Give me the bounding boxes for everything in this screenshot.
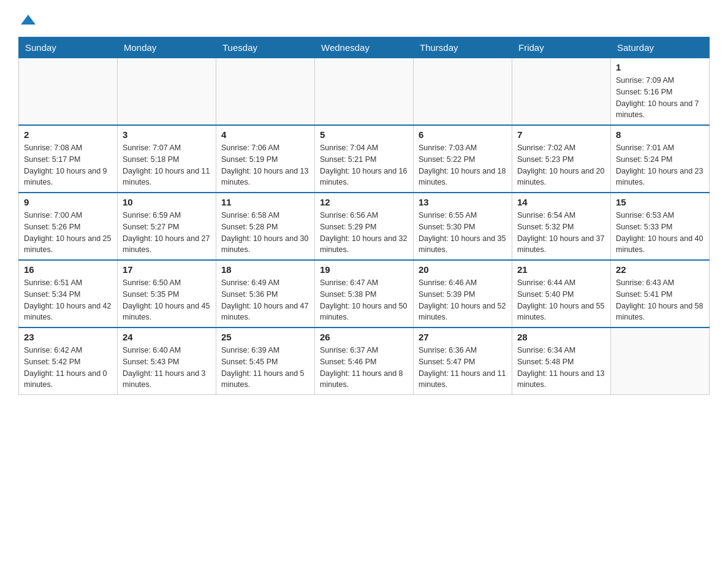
day-number: 6 <box>419 129 507 140</box>
week-row-4: 16Sunrise: 6:51 AMSunset: 5:34 PMDayligh… <box>19 260 710 327</box>
day-cell: 27Sunrise: 6:36 AMSunset: 5:47 PMDayligh… <box>414 327 512 395</box>
day-info: Sunrise: 6:56 AMSunset: 5:29 PMDaylight:… <box>320 210 408 256</box>
day-cell: 11Sunrise: 6:58 AMSunset: 5:28 PMDayligh… <box>216 193 315 260</box>
logo <box>18 12 37 29</box>
day-info: Sunrise: 6:44 AMSunset: 5:40 PMDaylight:… <box>517 277 605 323</box>
day-info: Sunrise: 6:59 AMSunset: 5:27 PMDaylight:… <box>123 210 211 256</box>
header-wednesday: Wednesday <box>315 37 414 58</box>
day-info: Sunrise: 7:01 AMSunset: 5:24 PMDaylight:… <box>616 142 704 188</box>
day-info: Sunrise: 6:51 AMSunset: 5:34 PMDaylight:… <box>24 277 112 323</box>
day-number: 23 <box>24 332 112 342</box>
day-info: Sunrise: 6:54 AMSunset: 5:32 PMDaylight:… <box>517 210 605 256</box>
day-info: Sunrise: 6:34 AMSunset: 5:48 PMDaylight:… <box>517 345 605 391</box>
day-number: 21 <box>517 264 605 275</box>
day-number: 17 <box>123 264 211 275</box>
day-info: Sunrise: 7:07 AMSunset: 5:18 PMDaylight:… <box>123 142 211 188</box>
day-cell: 9Sunrise: 7:00 AMSunset: 5:26 PMDaylight… <box>19 193 118 260</box>
day-number: 9 <box>24 197 112 207</box>
day-info: Sunrise: 6:42 AMSunset: 5:42 PMDaylight:… <box>24 345 112 391</box>
day-cell: 26Sunrise: 6:37 AMSunset: 5:46 PMDayligh… <box>315 327 414 395</box>
day-number: 16 <box>24 264 112 275</box>
day-number: 27 <box>419 332 507 342</box>
day-info: Sunrise: 6:53 AMSunset: 5:33 PMDaylight:… <box>616 210 704 256</box>
day-number: 3 <box>123 129 211 140</box>
day-cell: 8Sunrise: 7:01 AMSunset: 5:24 PMDaylight… <box>611 125 710 193</box>
day-info: Sunrise: 7:08 AMSunset: 5:17 PMDaylight:… <box>24 142 112 188</box>
day-cell: 3Sunrise: 7:07 AMSunset: 5:18 PMDaylight… <box>118 125 216 193</box>
header-monday: Monday <box>118 37 216 58</box>
logo-icon <box>20 12 37 29</box>
day-info: Sunrise: 6:47 AMSunset: 5:38 PMDaylight:… <box>320 277 408 323</box>
day-cell: 14Sunrise: 6:54 AMSunset: 5:32 PMDayligh… <box>512 193 611 260</box>
header-thursday: Thursday <box>414 37 512 58</box>
svg-marker-0 <box>21 15 36 25</box>
day-number: 15 <box>616 197 704 207</box>
day-cell: 24Sunrise: 6:40 AMSunset: 5:43 PMDayligh… <box>118 327 216 395</box>
day-number: 11 <box>221 197 309 207</box>
day-cell: 4Sunrise: 7:06 AMSunset: 5:19 PMDaylight… <box>216 125 315 193</box>
day-cell: 21Sunrise: 6:44 AMSunset: 5:40 PMDayligh… <box>512 260 611 327</box>
day-cell: 1Sunrise: 7:09 AMSunset: 5:16 PMDaylight… <box>611 58 710 126</box>
day-cell: 15Sunrise: 6:53 AMSunset: 5:33 PMDayligh… <box>611 193 710 260</box>
day-info: Sunrise: 7:06 AMSunset: 5:19 PMDaylight:… <box>221 142 309 188</box>
day-cell: 25Sunrise: 6:39 AMSunset: 5:45 PMDayligh… <box>216 327 315 395</box>
day-info: Sunrise: 6:43 AMSunset: 5:41 PMDaylight:… <box>616 277 704 323</box>
week-row-3: 9Sunrise: 7:00 AMSunset: 5:26 PMDaylight… <box>19 193 710 260</box>
day-info: Sunrise: 6:55 AMSunset: 5:30 PMDaylight:… <box>419 210 507 256</box>
day-cell: 7Sunrise: 7:02 AMSunset: 5:23 PMDaylight… <box>512 125 611 193</box>
day-cell: 20Sunrise: 6:46 AMSunset: 5:39 PMDayligh… <box>414 260 512 327</box>
day-number: 19 <box>320 264 408 275</box>
day-info: Sunrise: 6:49 AMSunset: 5:36 PMDaylight:… <box>221 277 309 323</box>
header-friday: Friday <box>512 37 611 58</box>
logo-text <box>18 12 37 29</box>
day-number: 22 <box>616 264 704 275</box>
day-info: Sunrise: 6:58 AMSunset: 5:28 PMDaylight:… <box>221 210 309 256</box>
day-cell: 2Sunrise: 7:08 AMSunset: 5:17 PMDaylight… <box>19 125 118 193</box>
week-row-2: 2Sunrise: 7:08 AMSunset: 5:17 PMDaylight… <box>19 125 710 193</box>
day-number: 26 <box>320 332 408 342</box>
day-cell: 18Sunrise: 6:49 AMSunset: 5:36 PMDayligh… <box>216 260 315 327</box>
day-cell <box>315 58 414 126</box>
page-header <box>18 12 710 29</box>
day-number: 12 <box>320 197 408 207</box>
week-row-5: 23Sunrise: 6:42 AMSunset: 5:42 PMDayligh… <box>19 327 710 395</box>
day-number: 24 <box>123 332 211 342</box>
header-saturday: Saturday <box>611 37 710 58</box>
calendar-table: Sunday Monday Tuesday Wednesday Thursday… <box>18 37 710 395</box>
day-number: 4 <box>221 129 309 140</box>
day-number: 20 <box>419 264 507 275</box>
day-number: 7 <box>517 129 605 140</box>
day-cell <box>414 58 512 126</box>
week-row-1: 1Sunrise: 7:09 AMSunset: 5:16 PMDaylight… <box>19 58 710 126</box>
day-info: Sunrise: 6:46 AMSunset: 5:39 PMDaylight:… <box>419 277 507 323</box>
day-number: 2 <box>24 129 112 140</box>
day-cell: 5Sunrise: 7:04 AMSunset: 5:21 PMDaylight… <box>315 125 414 193</box>
day-info: Sunrise: 7:09 AMSunset: 5:16 PMDaylight:… <box>616 75 704 121</box>
day-cell: 12Sunrise: 6:56 AMSunset: 5:29 PMDayligh… <box>315 193 414 260</box>
day-number: 18 <box>221 264 309 275</box>
day-cell: 17Sunrise: 6:50 AMSunset: 5:35 PMDayligh… <box>118 260 216 327</box>
day-number: 14 <box>517 197 605 207</box>
day-cell <box>611 327 710 395</box>
day-info: Sunrise: 6:39 AMSunset: 5:45 PMDaylight:… <box>221 345 309 391</box>
header-sunday: Sunday <box>19 37 118 58</box>
day-info: Sunrise: 7:02 AMSunset: 5:23 PMDaylight:… <box>517 142 605 188</box>
day-info: Sunrise: 6:37 AMSunset: 5:46 PMDaylight:… <box>320 345 408 391</box>
weekday-header-row: Sunday Monday Tuesday Wednesday Thursday… <box>19 37 710 58</box>
day-number: 13 <box>419 197 507 207</box>
day-info: Sunrise: 6:36 AMSunset: 5:47 PMDaylight:… <box>419 345 507 391</box>
day-cell <box>19 58 118 126</box>
header-tuesday: Tuesday <box>216 37 315 58</box>
day-info: Sunrise: 6:40 AMSunset: 5:43 PMDaylight:… <box>123 345 211 391</box>
day-cell: 13Sunrise: 6:55 AMSunset: 5:30 PMDayligh… <box>414 193 512 260</box>
day-cell <box>118 58 216 126</box>
day-cell <box>512 58 611 126</box>
day-cell: 16Sunrise: 6:51 AMSunset: 5:34 PMDayligh… <box>19 260 118 327</box>
day-number: 25 <box>221 332 309 342</box>
day-cell: 28Sunrise: 6:34 AMSunset: 5:48 PMDayligh… <box>512 327 611 395</box>
day-info: Sunrise: 7:04 AMSunset: 5:21 PMDaylight:… <box>320 142 408 188</box>
day-cell: 6Sunrise: 7:03 AMSunset: 5:22 PMDaylight… <box>414 125 512 193</box>
day-number: 10 <box>123 197 211 207</box>
day-cell: 22Sunrise: 6:43 AMSunset: 5:41 PMDayligh… <box>611 260 710 327</box>
day-cell: 19Sunrise: 6:47 AMSunset: 5:38 PMDayligh… <box>315 260 414 327</box>
